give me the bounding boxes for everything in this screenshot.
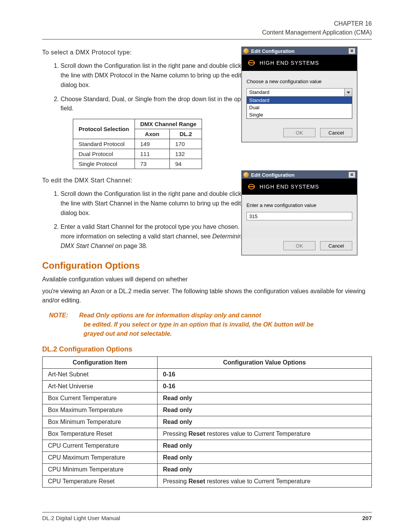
select-current: Standard: [247, 89, 344, 96]
proto-name: Single Protocol: [73, 159, 135, 169]
dialog-titlebar[interactable]: Edit Configuration ✕: [242, 171, 357, 179]
dialog-titlebar[interactable]: Edit Configuration ✕: [242, 47, 357, 55]
section-config-options: Configuration Options: [42, 260, 372, 271]
close-icon[interactable]: ✕: [348, 172, 355, 178]
table-row: Dual Protocol 111 132: [73, 149, 202, 159]
select-option[interactable]: Single: [247, 111, 352, 118]
config-value: Pressing Reset restores value to Current…: [158, 428, 372, 440]
chapter-title: Content Management Application (CMA): [42, 28, 372, 37]
proto-axon: 73: [135, 159, 169, 169]
note-block: NOTE: Read Only options are for informat…: [49, 311, 372, 338]
proto-axon: 111: [135, 149, 169, 159]
brand-band: HIGH END SYSTEMS: [242, 55, 357, 71]
config-value: Read only: [158, 440, 372, 452]
config-value: Read only: [158, 392, 372, 404]
proto-dl2: 132: [169, 149, 202, 159]
brand-text: HIGH END SYSTEMS: [260, 60, 319, 66]
table-row: CPU Current Temperature Read only: [43, 440, 372, 452]
protocol-table: Protocol Selection DMX Channel Range Axo…: [73, 119, 202, 169]
table-row: CPU Minimum Temperature Read only: [43, 464, 372, 476]
config-value: 0-16: [158, 369, 372, 381]
select-option[interactable]: Standard: [247, 97, 352, 104]
dialog-title: Edit Configuration: [251, 48, 346, 54]
table-row: Box Temperature Reset Pressing Reset res…: [43, 428, 372, 440]
ok-button[interactable]: OK: [283, 241, 315, 250]
app-icon: [243, 48, 249, 54]
proto-name: Dual Protocol: [73, 149, 135, 159]
brand-swirl-icon: [247, 59, 256, 67]
table-row: Single Protocol 73 94: [73, 159, 202, 169]
edit-config-dialog-dropdown: Edit Configuration ✕ HIGH END SYSTEMS Ch…: [242, 47, 357, 142]
config-value: Read only: [158, 464, 372, 476]
proto-axon: 149: [135, 139, 169, 149]
proto-sub-dl2: DL.2: [169, 129, 202, 139]
dialog-prompt: Choose a new configuration value: [246, 79, 352, 84]
config-item: Box Maximum Temperature: [43, 404, 158, 416]
brand-text: HIGH END SYSTEMS: [260, 184, 319, 190]
proto-dl2: 94: [169, 159, 202, 169]
config-value: Read only: [158, 416, 372, 428]
table-row: Art-Net Universe 0-16: [43, 381, 372, 392]
brand-swirl-icon: [247, 182, 256, 191]
proto-head-selection: Protocol Selection: [73, 119, 135, 139]
config-para2: you're viewing an Axon or a DL.2 media s…: [42, 287, 372, 306]
proto-sub-axon: Axon: [135, 129, 169, 139]
page-footer: DL.2 Digital Light User Manual 207: [42, 512, 372, 521]
sub-section-dl2: DL.2 Configuration Options: [42, 345, 372, 353]
config-item: Box Temperature Reset: [43, 428, 158, 440]
table-row: CPU Maximum Temperature Read only: [43, 452, 372, 464]
table-row: CPU Temperature Reset Pressing Reset res…: [43, 476, 372, 488]
edit-config-dialog-input: Edit Configuration ✕ HIGH END SYSTEMS En…: [242, 171, 357, 255]
config-item: CPU Temperature Reset: [43, 476, 158, 488]
config-value: Pressing Reset restores value to Current…: [158, 476, 372, 488]
config-value: 0-16: [158, 381, 372, 392]
cancel-button[interactable]: Cancel: [320, 241, 352, 250]
close-icon[interactable]: ✕: [348, 48, 355, 54]
select-option[interactable]: Dual: [247, 104, 352, 111]
table-row: Standard Protocol 149 170: [73, 139, 202, 149]
cancel-button[interactable]: Cancel: [320, 128, 352, 137]
proto-head-range: DMX Channel Range: [135, 119, 202, 129]
config-item: CPU Current Temperature: [43, 440, 158, 452]
proto-name: Standard Protocol: [73, 139, 135, 149]
app-icon: [243, 172, 249, 177]
brand-band: HIGH END SYSTEMS: [242, 179, 357, 195]
config-table: Configuration Item Configuration Value O…: [42, 356, 372, 488]
config-value-input[interactable]: [246, 212, 352, 220]
config-item: Box Minimum Temperature: [43, 416, 158, 428]
page-header: CHAPTER 16 Content Management Applicatio…: [42, 19, 372, 37]
dialog-prompt: Enter a new configuration value: [246, 202, 352, 208]
config-head-item: Configuration Item: [43, 357, 158, 369]
header-rule: [42, 39, 372, 39]
chapter-label: CHAPTER 16: [42, 19, 372, 28]
config-head-value: Configuration Value Options: [158, 357, 372, 369]
table-row: Art-Net Subnet 0-16: [43, 369, 372, 381]
config-value-select[interactable]: Standard: [246, 88, 352, 97]
config-para1: Available configuration values will depe…: [42, 275, 372, 284]
note-label: NOTE:: [49, 311, 77, 320]
config-item: Art-Net Subnet: [43, 369, 158, 381]
page-number: 207: [362, 515, 372, 521]
dialog-title: Edit Configuration: [251, 172, 346, 178]
config-item: Art-Net Universe: [43, 381, 158, 392]
select-options-list[interactable]: StandardDualSingle: [246, 97, 352, 119]
chevron-down-icon[interactable]: [344, 89, 352, 96]
proto-dl2: 170: [169, 139, 202, 149]
config-item: CPU Maximum Temperature: [43, 452, 158, 464]
table-row: Box Maximum Temperature Read only: [43, 404, 372, 416]
footer-left: DL.2 Digital Light User Manual: [42, 515, 120, 521]
table-row: Box Minimum Temperature Read only: [43, 416, 372, 428]
config-item: Box Current Temperature: [43, 392, 158, 404]
table-row: Box Current Temperature Read only: [43, 392, 372, 404]
config-value: Read only: [158, 452, 372, 464]
config-value: Read only: [158, 404, 372, 416]
ok-button[interactable]: OK: [283, 128, 315, 137]
config-item: CPU Minimum Temperature: [43, 464, 158, 476]
